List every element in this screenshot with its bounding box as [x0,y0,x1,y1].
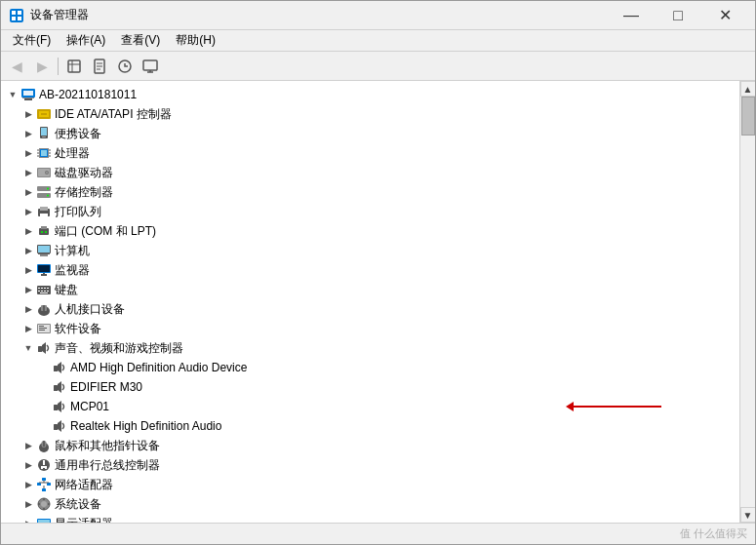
svg-rect-75 [39,330,45,331]
processor-label: 处理器 [55,145,90,162]
svg-rect-76 [38,346,42,352]
computer-small-icon [36,243,52,258]
vertical-scrollbar[interactable]: ▲ ▼ [739,81,755,523]
hid-expander[interactable]: ▶ [20,301,36,317]
toolbar: ◀ ▶ [1,52,755,81]
hid-icon [36,301,52,317]
svg-rect-51 [38,246,50,253]
menu-help[interactable]: 帮助(H) [168,30,223,51]
portable-expander[interactable]: ▶ [20,126,36,141]
tree-item-hid[interactable]: ▶ 人机接口设备 [1,299,739,319]
tree-item-mouse[interactable]: ▶ 鼠标和其他指针设备 [1,436,739,455]
monitor-expander[interactable]: ▶ [20,262,36,278]
software-expander[interactable]: ▶ [20,321,36,336]
ide-label: IDE ATA/ATAPI 控制器 [55,106,172,123]
toolbar-btn-4[interactable] [139,56,162,77]
tree-item-keyboard[interactable]: ▶ 键盘 [1,280,739,299]
realtek-expander [36,418,52,434]
tree-item-monitor[interactable]: ▶ 监视器 [1,260,739,280]
processor-expander[interactable]: ▶ [20,145,36,161]
menu-action[interactable]: 操作(A) [59,30,113,51]
refresh-icon [66,58,82,74]
portable-label: 便携设备 [55,126,101,142]
svg-rect-63 [38,291,40,292]
amd-audio-label: AMD High Definition Audio Device [70,361,247,374]
maximize-button[interactable]: □ [656,2,700,29]
device-manager-window: 设备管理器 — □ ✕ 文件(F) 操作(A) 查看(V) 帮助(H) ◀ ▶ [0,0,756,545]
svg-rect-2 [18,11,21,15]
svg-rect-53 [38,253,50,254]
menu-view[interactable]: 查看(V) [113,30,168,51]
keyboard-expander[interactable]: ▶ [20,282,36,297]
toolbar-btn-1[interactable] [62,56,86,77]
forward-button[interactable]: ▶ [30,56,54,77]
tree-item-amd-audio[interactable]: AMD High Definition Audio Device [1,358,739,377]
menu-file[interactable]: 文件(F) [5,30,59,51]
tree-item-disk[interactable]: ▶ 磁盘驱动器 [1,163,739,182]
hid-label: 人机接口设备 [55,301,125,318]
display-label: 显示适配器 [55,516,113,524]
print-expander[interactable]: ▶ [20,204,36,219]
root-expander[interactable]: ▼ [5,87,20,102]
scroll-thumb[interactable] [741,97,755,136]
svg-rect-47 [41,226,47,229]
mouse-expander[interactable]: ▶ [20,438,36,453]
tree-item-audio[interactable]: ▼ 声音、视频和游戏控制器 [1,338,739,358]
system-label: 系统设备 [55,496,101,513]
computer-expander[interactable]: ▶ [20,243,36,258]
tree-item-mcp01[interactable]: MCP01 [1,397,739,416]
back-button[interactable]: ◀ [5,56,28,77]
svg-rect-67 [40,292,48,293]
svg-rect-3 [12,17,16,20]
port-expander[interactable]: ▶ [20,223,36,239]
svg-rect-92 [42,488,46,491]
toolbar-btn-2[interactable] [88,56,111,77]
scroll-down-button[interactable]: ▼ [740,507,756,523]
system-expander[interactable]: ▶ [20,496,36,512]
ide-expander[interactable]: ▶ [20,106,36,122]
tree-item-ide[interactable]: ▶ IDE ATA/ATAPI 控制器 [1,104,739,124]
svg-rect-61 [44,288,46,289]
svg-rect-89 [42,478,46,481]
toolbar-separator-1 [58,58,59,75]
amd-audio-icon [52,360,67,375]
minimize-button[interactable]: — [609,2,654,29]
realtek-icon [52,418,67,434]
tree-item-portable[interactable]: ▶ 便携设备 [1,124,739,143]
svg-point-49 [45,231,47,233]
storage-expander[interactable]: ▶ [20,184,36,200]
toolbar-btn-3[interactable] [113,56,137,77]
scroll-track[interactable] [740,97,755,507]
tree-item-display[interactable]: ▶ 显示适配器 [1,514,739,523]
tree-item-port[interactable]: ▶ 端口 (COM 和 LPT) [1,221,739,241]
tree-item-realtek[interactable]: Realtek High Definition Audio [1,416,739,436]
tree-item-edifier[interactable]: EDIFIER M30 [1,377,739,397]
tree-item-computer[interactable]: ▶ 计算机 [1,241,739,260]
network-icon [36,477,52,492]
tree-item-serial[interactable]: ▶ 通用串行总线控制器 [1,455,739,475]
svg-rect-77 [54,366,58,371]
disk-expander[interactable]: ▶ [20,165,36,180]
display-expander[interactable]: ▶ [20,516,36,523]
mcp01-icon [52,399,67,414]
serial-expander[interactable]: ▶ [20,457,36,473]
scroll-up-button[interactable]: ▲ [740,81,756,97]
svg-rect-24 [41,128,47,136]
svg-rect-88 [45,467,47,469]
close-button[interactable]: ✕ [702,2,747,29]
mcp01-expander [36,399,52,414]
port-icon [36,223,52,239]
tree-panel[interactable]: ▼ AB-202110181011 ▶ [1,81,739,523]
tree-item-print[interactable]: ▶ 打印队列 [1,202,739,221]
tree-item-root[interactable]: ▼ AB-202110181011 [1,85,739,104]
tree-item-network[interactable]: ▶ 网络适配器 [1,475,739,494]
svg-rect-44 [40,207,48,211]
realtek-label: Realtek High Definition Audio [70,419,221,433]
tree-item-storage[interactable]: ▶ 存储控制器 [1,182,739,202]
tree-item-processor[interactable]: ▶ 处理器 [1,143,739,163]
tree-item-system[interactable]: ▶ 系统设备 [1,494,739,514]
network-expander[interactable]: ▶ [20,477,36,492]
computer-label: 计算机 [55,243,90,259]
tree-item-software[interactable]: ▶ 软件设备 [1,319,739,338]
audio-expander[interactable]: ▼ [20,340,36,356]
